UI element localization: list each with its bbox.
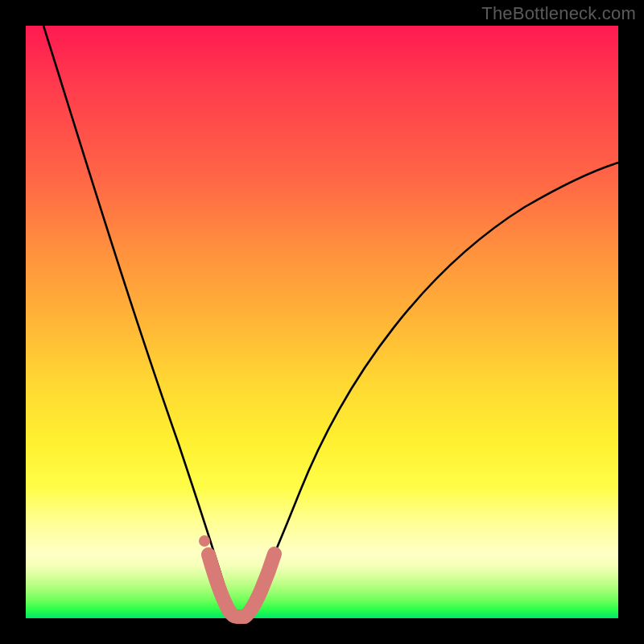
optimal-dot: [199, 535, 210, 547]
chart-frame: TheBottleneck.com: [0, 0, 644, 644]
watermark-text: TheBottleneck.com: [481, 3, 636, 24]
optimal-band-stroke: [208, 554, 275, 617]
curve-layer: [26, 26, 618, 618]
bottleneck-curve: [43, 26, 618, 617]
plot-area: [26, 26, 618, 618]
